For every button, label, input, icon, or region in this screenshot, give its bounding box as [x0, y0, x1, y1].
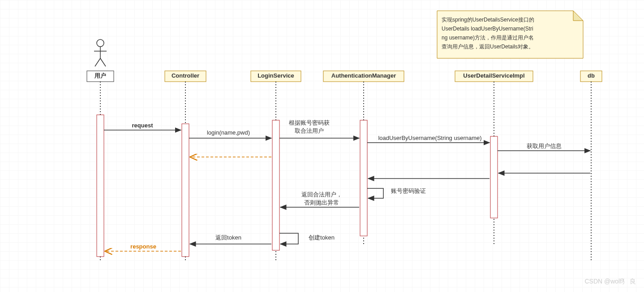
msg-get-user-l2: 取合法用户: [295, 127, 324, 134]
participant-user: 用户: [87, 71, 114, 82]
participant-login-service: LoginService: [251, 71, 301, 82]
activation-auth: [360, 120, 367, 236]
svg-line-4: [100, 58, 106, 66]
participant-auth-manager: AuthenticationManager: [323, 71, 404, 82]
msg-verify-label: 账号密码验证: [391, 187, 426, 194]
activation-login: [272, 120, 279, 250]
msg-self-create-token: [279, 233, 298, 244]
msg-create-token-label: 创建token: [309, 234, 335, 241]
participant-user-detail-service: UserDetailServiceImpl: [455, 71, 533, 82]
msg-get-user-l1: 根据账号密码获: [289, 119, 330, 126]
activation-uds: [490, 136, 498, 218]
svg-text:UserDetailServiceImpl: UserDetailServiceImpl: [463, 72, 524, 79]
svg-point-0: [97, 39, 104, 47]
msg-request-label: request: [132, 122, 154, 129]
svg-text:db: db: [588, 72, 595, 79]
svg-text:AuthenticationManager: AuthenticationManager: [331, 72, 396, 79]
watermark: CSDN @wolf犭 良: [584, 278, 636, 285]
note-line: UserDetails loadUserByUsername(Stri: [442, 26, 533, 32]
msg-response-label: response: [130, 243, 156, 250]
msg-fetch-info-label: 获取用户信息: [527, 143, 562, 149]
msg-login-label: login(name,pwd): [207, 129, 250, 136]
note-line: 查询用户信息，返回UserDetails对象。: [442, 44, 534, 50]
participant-controller: Controller: [165, 71, 206, 82]
msg-return-token-label: 返回token: [215, 234, 241, 241]
actor-icon: [94, 39, 107, 66]
participant-db: db: [580, 71, 602, 82]
svg-text:用户: 用户: [94, 72, 106, 79]
activation-controller: [182, 124, 189, 257]
msg-return-user-l2: 否则抛出异常: [304, 199, 339, 206]
msg-load-user-label: loadUserByUsername(String username): [378, 135, 481, 141]
activation-user: [97, 115, 104, 257]
msg-return-user-l1: 返回合法用户，: [301, 191, 342, 198]
note-line: 实现spring的UserDetailsService接口的: [442, 17, 534, 23]
svg-text:Controller: Controller: [172, 72, 199, 79]
svg-text:LoginService: LoginService: [258, 72, 294, 79]
msg-self-verify: [367, 188, 383, 198]
note-line: ng username)方法，作用是通过用户名: [442, 35, 534, 41]
svg-line-3: [95, 58, 100, 66]
sequence-diagram: 实现spring的UserDetailsService接口的 UserDetai…: [0, 0, 644, 292]
note-uds-description: 实现spring的UserDetailsService接口的 UserDetai…: [437, 11, 583, 58]
